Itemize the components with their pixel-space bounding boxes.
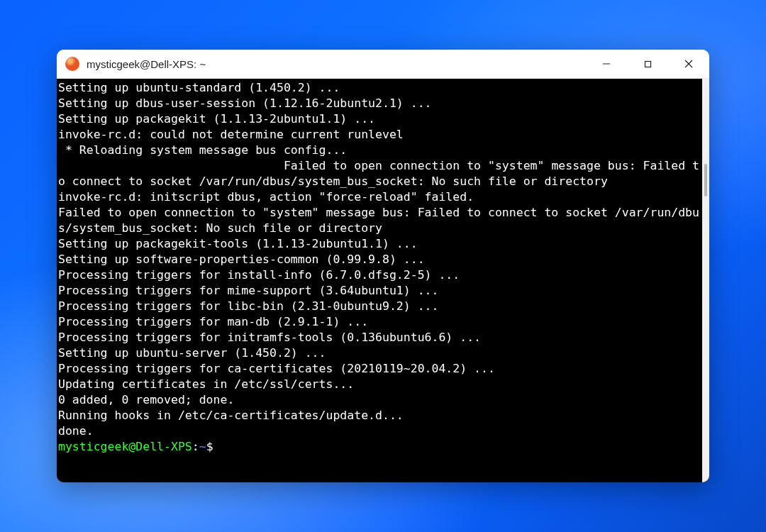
terminal-line: 0 added, 0 removed; done. bbox=[58, 392, 701, 408]
minimize-button[interactable] bbox=[586, 50, 627, 78]
minimize-icon bbox=[602, 60, 611, 68]
terminal-line: Processing triggers for ca-certificates … bbox=[58, 361, 701, 377]
terminal-window: mysticgeek@Dell-XPS: ~ Setting up ubuntu… bbox=[57, 50, 709, 482]
terminal-line: * Reloading system message bus config... bbox=[58, 143, 701, 158]
maximize-button[interactable] bbox=[627, 50, 668, 78]
terminal-line: Processing triggers for man-db (2.9.1-1)… bbox=[58, 314, 701, 330]
desktop-background: mysticgeek@Dell-XPS: ~ Setting up ubuntu… bbox=[0, 0, 766, 532]
scrollbar[interactable] bbox=[702, 79, 709, 482]
terminal-line: Running hooks in /etc/ca-certificates/up… bbox=[58, 408, 701, 423]
scroll-thumb[interactable] bbox=[704, 164, 707, 196]
terminal-output[interactable]: Setting up ubuntu-standard (1.450.2) ...… bbox=[57, 79, 702, 482]
terminal-line: Setting up packagekit (1.1.13-2ubuntu1.1… bbox=[58, 111, 701, 127]
close-button[interactable] bbox=[668, 50, 709, 78]
shell-prompt[interactable]: mysticgeek@Dell-XPS:~$ bbox=[58, 439, 701, 455]
terminal-line: Setting up software-properties-common (0… bbox=[58, 252, 701, 267]
terminal-line: Failed to open connection to "system" me… bbox=[58, 158, 701, 189]
terminal-line: done. bbox=[58, 423, 701, 439]
window-controls bbox=[586, 50, 709, 78]
terminal-line: Processing triggers for libc-bin (2.31-0… bbox=[58, 299, 701, 314]
terminal-line: Setting up ubuntu-standard (1.450.2) ... bbox=[58, 80, 701, 96]
close-icon bbox=[684, 60, 693, 68]
terminal-line: Setting up ubuntu-server (1.450.2) ... bbox=[58, 345, 701, 361]
titlebar[interactable]: mysticgeek@Dell-XPS: ~ bbox=[57, 50, 709, 79]
terminal-line: Updating certificates in /etc/ssl/certs.… bbox=[58, 377, 701, 392]
terminal-line: invoke-rc.d: initscript dbus, action "fo… bbox=[58, 189, 701, 205]
svg-rect-1 bbox=[645, 61, 650, 67]
terminal-line: Processing triggers for initramfs-tools … bbox=[58, 330, 701, 345]
terminal-line: Setting up dbus-user-session (1.12.16-2u… bbox=[58, 96, 701, 111]
window-title: mysticgeek@Dell-XPS: ~ bbox=[87, 58, 586, 70]
terminal-line: Processing triggers for mime-support (3.… bbox=[58, 283, 701, 299]
terminal-area: Setting up ubuntu-standard (1.450.2) ...… bbox=[57, 79, 709, 482]
ubuntu-icon bbox=[65, 57, 79, 71]
terminal-line: Failed to open connection to "system" me… bbox=[58, 205, 701, 236]
terminal-line: Setting up packagekit-tools (1.1.13-2ubu… bbox=[58, 236, 701, 252]
terminal-line: invoke-rc.d: could not determine current… bbox=[58, 127, 701, 143]
maximize-icon bbox=[644, 60, 652, 68]
terminal-line: Processing triggers for install-info (6.… bbox=[58, 267, 701, 283]
